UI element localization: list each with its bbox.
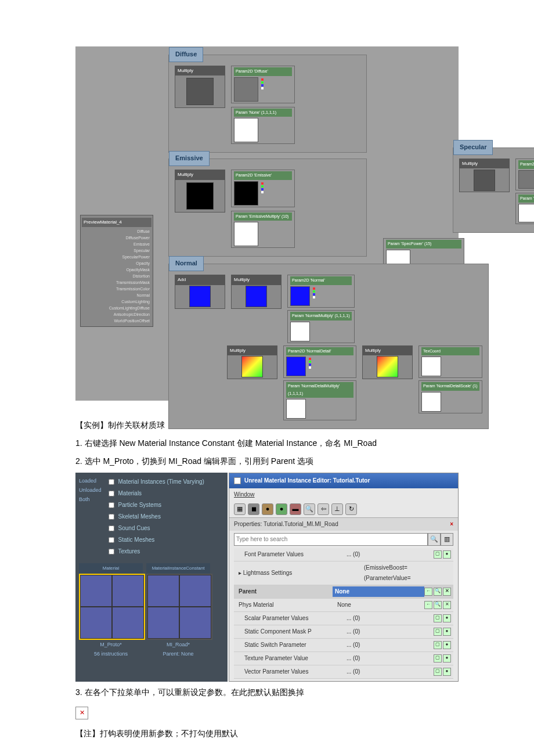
prop-physmat[interactable]: Phys MaterialNone←🔍✕: [234, 599, 453, 612]
search-opts-button[interactable]: ▥: [441, 533, 453, 546]
multiply-node: Multiply: [362, 345, 413, 379]
param-none: Param 'None' (1,1,1,1): [231, 107, 295, 145]
multiply-node: Multiply: [231, 275, 282, 308]
emissive-group: Emissive Multiply Param2D 'Emissive' Par…: [168, 159, 367, 257]
properties-label: Properties: Tutorial.Tutorial_MI.MI_Road: [234, 519, 338, 530]
editor-figure: Loaded Unloaded Both Material Instances …: [75, 473, 459, 682]
texcoord-node: TexCoord: [418, 345, 482, 379]
param-normalmul: Param 'NormalMultiply' (1,1,1,1): [287, 310, 355, 343]
sync-icon[interactable]: ⊥: [331, 503, 343, 515]
material-instance-editor: Unreal Material Instance Editor: Tutoria…: [229, 473, 459, 682]
prop-staticmask[interactable]: Static Component Mask P... (0)▢●: [234, 625, 453, 639]
thumb-miroad[interactable]: MaterialInstanceConstant MI_Road* Parent…: [146, 563, 210, 659]
param2d-emissive: Param2D 'Emissive': [231, 170, 295, 207]
search-button[interactable]: 🔍: [428, 533, 441, 546]
menu-window[interactable]: Window: [229, 488, 458, 501]
multiply-node: Multiply: [459, 159, 510, 192]
param-specmul: Param 'SpecularMultiValue' (1): [515, 193, 534, 225]
search-icon[interactable]: 🔍: [304, 503, 315, 515]
step-3: 3. 在各个下拉菜单中，可以重新设定参数。在此把默认贴图换掉: [75, 685, 459, 700]
editor-titlebar: Unreal Material Instance Editor: Tutoria…: [229, 473, 458, 488]
search-input[interactable]: [234, 533, 428, 546]
param2d-normal: Param2D 'Normal': [287, 275, 355, 308]
close-icon[interactable]: ×: [450, 519, 453, 530]
multiply-node: Multiply: [175, 170, 225, 212]
editor-toolbar: ▦ ◼ ● ● ▬ 🔍 ⇦ ⊥ ↻: [229, 501, 458, 518]
specular-group: Specular Multiply Param2D 'Spec' Param '…: [453, 147, 534, 233]
multiply-node: Multiply: [175, 66, 225, 108]
broken-image-icon: ✕: [75, 707, 88, 719]
prop-lightmass[interactable]: ▸ Lightmass Settings(EmissiveBoost=(Para…: [234, 561, 453, 585]
filter-mit[interactable]: Material Instances (Time Varying): [106, 476, 204, 488]
param-detailmul: Param 'NormalDetailMultiply' (1,1,1,1): [283, 380, 356, 420]
filter-mat[interactable]: Materials: [106, 488, 204, 499]
diffuse-group: Diffuse Multiply Param2D 'Diffuse' Param…: [168, 55, 367, 153]
filter-tex[interactable]: Textures: [106, 546, 204, 557]
content-browser: Loaded Unloaded Both Material Instances …: [75, 473, 228, 682]
step-1: 1. 右键选择 New Material Instance Constant 创…: [75, 436, 459, 451]
material-output-node: PreviewMaterial_4 Diffuse DiffusePower E…: [80, 215, 153, 327]
prop-font[interactable]: Font Parameter Values... (0)▢●: [234, 548, 453, 561]
prop-scalar[interactable]: Scalar Parameter Values... (0)▢●: [234, 612, 453, 625]
prop-texture[interactable]: Texture Parameter Value... (0)▢●: [234, 652, 453, 665]
filter-sc[interactable]: Sound Cues: [106, 523, 204, 534]
param2d-diffuse: Param2D 'Diffuse': [231, 66, 295, 103]
back-icon[interactable]: ⇦: [317, 503, 329, 515]
refresh-icon[interactable]: ↻: [345, 503, 357, 515]
normal-group: Normal Add Multiply Param2D 'Normal' Par…: [168, 264, 489, 429]
param2d-normaldetail: Param2D 'NormalDetail': [283, 345, 356, 379]
note-text: 【注】打钩表明使用新参数；不打勾使用默认: [75, 726, 459, 741]
multiply-node: Multiply: [227, 345, 277, 379]
add-node: Add: [175, 275, 225, 308]
filter-sm[interactable]: Skeletal Meshes: [106, 511, 204, 523]
prop-staticswitch[interactable]: Static Switch Parameter... (0)▢●: [234, 639, 453, 652]
material-graph-figure: PreviewMaterial_4 Diffuse DiffusePower E…: [75, 46, 459, 401]
thumb-mproto[interactable]: Material M_Proto* 56 instructions: [79, 563, 143, 659]
cube-icon[interactable]: ◼: [248, 503, 259, 515]
filter-ps[interactable]: Particle Systems: [106, 499, 204, 511]
step-2: 2. 选中 M_Proto，切换到 MI_Road 编辑界面，引用到 Paren…: [75, 454, 459, 469]
plane-icon[interactable]: ▬: [290, 503, 301, 515]
property-list: Font Parameter Values... (0)▢● ▸ Lightma…: [234, 548, 453, 679]
grid-icon[interactable]: ▦: [234, 503, 246, 515]
param-detailscale: Param 'NormalDetailScale' (1): [418, 380, 482, 413]
param-emissivemul: Param 'EmissiveMultiply' (10): [231, 211, 295, 249]
cylinder-icon[interactable]: ●: [262, 503, 273, 515]
prop-parent[interactable]: ParentNone←🔍✕: [234, 585, 453, 599]
prop-vector[interactable]: Vector Parameter Values... (0)▢●: [234, 665, 453, 679]
sphere-icon[interactable]: ●: [276, 503, 287, 515]
app-icon: [234, 477, 241, 484]
filter-stm[interactable]: Static Meshes: [106, 534, 204, 546]
param2d-spec: Param2D 'Spec': [515, 159, 534, 190]
